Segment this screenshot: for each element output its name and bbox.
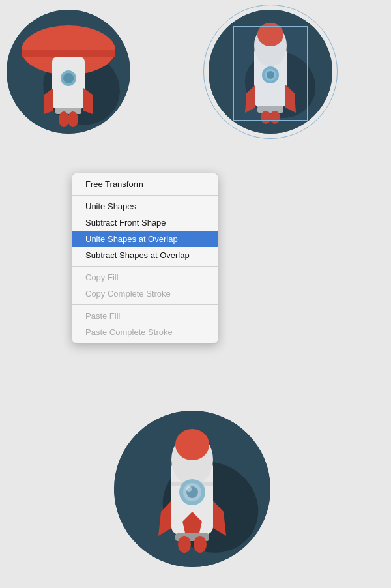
- rocket-icon-topright: [209, 10, 332, 134]
- menu-item-paste-fill: Paste Fill: [72, 308, 218, 324]
- menu-item-unite-overlap[interactable]: Unite Shapes at Overlap: [72, 231, 218, 247]
- menu-item-subtract-front[interactable]: Subtract Front Shape: [72, 214, 218, 231]
- svg-point-39: [178, 536, 191, 553]
- menu-item-paste-stroke: Paste Complete Stroke: [72, 324, 218, 340]
- rocket-icon-bottom: [114, 411, 270, 567]
- svg-point-10: [59, 111, 69, 127]
- canvas: Free Transform Unite Shapes Subtract Fro…: [0, 0, 391, 588]
- menu-separator-2: [72, 266, 218, 267]
- menu-item-subtract-overlap[interactable]: Subtract Shapes at Overlap: [72, 247, 218, 263]
- menu-item-unite-shapes[interactable]: Unite Shapes: [72, 198, 218, 214]
- context-menu: Free Transform Unite Shapes Subtract Fro…: [72, 173, 218, 344]
- menu-item-copy-fill: Copy Fill: [72, 269, 218, 286]
- menu-separator-3: [72, 304, 218, 305]
- svg-point-11: [68, 111, 78, 127]
- svg-point-40: [194, 536, 207, 553]
- rocket-icon-topleft: [7, 10, 130, 134]
- svg-point-29: [175, 429, 209, 460]
- svg-rect-3: [22, 50, 115, 57]
- selection-rect: [233, 26, 308, 121]
- menu-item-free-transform[interactable]: Free Transform: [72, 176, 218, 192]
- menu-separator-1: [72, 195, 218, 196]
- svg-point-6: [63, 73, 74, 83]
- svg-point-34: [186, 486, 192, 492]
- svg-rect-9: [55, 108, 81, 114]
- menu-item-copy-stroke: Copy Complete Stroke: [72, 286, 218, 302]
